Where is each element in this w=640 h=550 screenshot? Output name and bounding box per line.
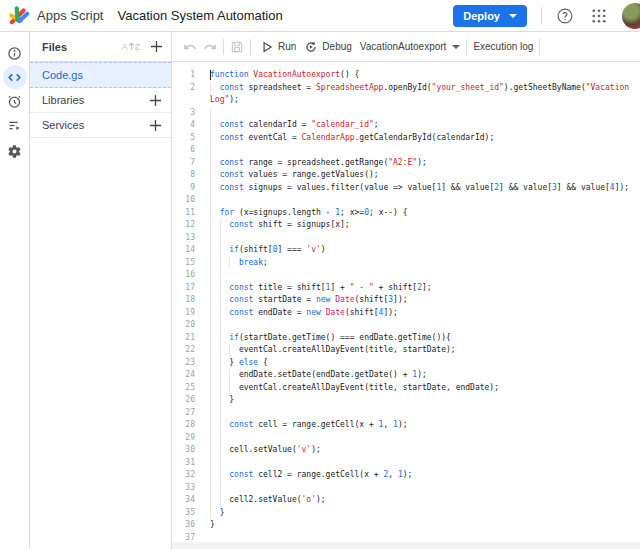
function-selector[interactable]: VacationAutoexport [360, 41, 461, 52]
deploy-button[interactable]: Deploy [453, 5, 527, 27]
line-number: 36 [172, 519, 195, 532]
code-row[interactable]: 24 endDate.setDate(endDate.getDate() + 1… [172, 369, 640, 382]
file-item-codegs[interactable]: Code.gs [30, 62, 171, 88]
line-number: 1 [172, 69, 195, 82]
line-number [172, 94, 195, 107]
services-label: Services [42, 119, 84, 131]
apps-script-logo [8, 6, 30, 26]
code-row[interactable]: 18 const startDate = new Date(shift[3]); [172, 294, 640, 307]
code-row[interactable]: 28 const cell = range.getCell(x + 1, 1); [172, 419, 640, 432]
code-row[interactable]: 2 const spreadsheet = SpreadsheetApp.ope… [172, 82, 640, 95]
code-row[interactable]: 11 for (x=signups.length - 1; x>=0; x--)… [172, 207, 640, 220]
code-row[interactable]: 12 const shift = signups[x]; [172, 219, 640, 232]
project-title[interactable]: Vacation System Automation [117, 8, 282, 23]
line-number: 29 [172, 432, 195, 445]
libraries-label: Libraries [42, 94, 84, 106]
apps-grid-icon[interactable] [590, 7, 608, 25]
line-number: 23 [172, 357, 195, 370]
save-icon[interactable] [230, 40, 244, 54]
help-icon[interactable] [556, 7, 574, 25]
code-row[interactable]: 10 [172, 194, 640, 207]
debug-button[interactable]: Debug [304, 40, 351, 54]
nav-executions[interactable] [3, 113, 27, 137]
code-row[interactable]: 31 [172, 457, 640, 470]
line-number: 24 [172, 369, 195, 382]
line-number: 32 [172, 469, 195, 482]
libraries-section[interactable]: Libraries [30, 88, 171, 113]
code-row[interactable]: 25 eventCal.createAllDayEvent(title, sta… [172, 382, 640, 395]
code-row[interactable]: 35 } [172, 507, 640, 520]
code-row[interactable]: 23 } else { [172, 357, 640, 370]
code-row[interactable]: 33 [172, 482, 640, 495]
toolbar-divider [250, 39, 251, 55]
code-editor: Run Debug VacationAutoexport Execution l… [172, 32, 640, 549]
code-row[interactable]: 21 if(startDate.getTime() === endDate.ge… [172, 332, 640, 345]
code-row[interactable]: 17 const title = shift[1] + " - " + shif… [172, 282, 640, 295]
files-title: Files [42, 41, 67, 53]
clock-icon [7, 94, 22, 109]
info-icon [7, 46, 22, 61]
add-library-icon[interactable] [149, 94, 162, 107]
code-row[interactable]: 4 const calendarId = "calendar_id"; [172, 119, 640, 132]
code-row[interactable]: Log"); [172, 94, 640, 107]
add-service-icon[interactable] [149, 119, 162, 132]
code-row[interactable]: 34 cell2.setValue('o'); [172, 494, 640, 507]
code-row[interactable]: 1function VacationAutoexport() { [172, 69, 640, 82]
add-file-icon[interactable] [150, 40, 163, 53]
debug-label: Debug [322, 41, 351, 52]
line-number: 18 [172, 294, 195, 307]
deploy-label: Deploy [463, 10, 500, 22]
code-row[interactable]: 26 } [172, 394, 640, 407]
nav-settings[interactable] [3, 139, 27, 163]
header-divider [541, 7, 542, 25]
run-button[interactable]: Run [260, 40, 296, 54]
nav-overview[interactable] [3, 41, 27, 65]
line-number: 3 [172, 107, 195, 120]
execution-log-button[interactable]: Execution log [473, 41, 533, 52]
line-number: 28 [172, 419, 195, 432]
undo-icon[interactable] [183, 40, 197, 54]
code-row[interactable]: 36} [172, 519, 640, 532]
code-row[interactable]: 3 [172, 107, 640, 120]
app-name: Apps Script [37, 8, 103, 23]
line-number: 12 [172, 219, 195, 232]
code-row[interactable]: 30 cell.setValue('v'); [172, 444, 640, 457]
user-avatar[interactable] [622, 3, 640, 29]
horizontal-scrollbar[interactable] [172, 542, 640, 549]
code-row[interactable]: 15 break; [172, 257, 640, 270]
line-number: 33 [172, 482, 195, 495]
line-number: 30 [172, 444, 195, 457]
line-number: 15 [172, 257, 195, 270]
code-row[interactable]: 16 [172, 269, 640, 282]
code-row[interactable]: 19 const endDate = new Date(shift[4]); [172, 307, 640, 320]
line-number: 34 [172, 494, 195, 507]
line-number: 21 [172, 332, 195, 345]
line-number: 35 [172, 507, 195, 520]
code-row[interactable]: 29 [172, 432, 640, 445]
code-row[interactable]: 9 const signups = values.filter(value =>… [172, 182, 640, 195]
line-number: 14 [172, 244, 195, 257]
code-row[interactable]: 14 if(shift[0] === 'v') [172, 244, 640, 257]
code-row[interactable]: 13 [172, 232, 640, 245]
line-number: 13 [172, 232, 195, 245]
line-number: 19 [172, 307, 195, 320]
code-row[interactable]: 20 [172, 319, 640, 332]
code-row[interactable]: 8 const values = range.getValues(); [172, 169, 640, 182]
line-number: 5 [172, 132, 195, 145]
code-row[interactable]: 22 eventCal.createAllDayEvent(title, sta… [172, 344, 640, 357]
line-number: 9 [172, 182, 195, 195]
code-row[interactable]: 32 const cell2 = range.getCell(x + 2, 1)… [172, 469, 640, 482]
services-section[interactable]: Services [30, 113, 171, 138]
code-row[interactable]: 7 const range = spreadsheet.getRange("A2… [172, 157, 640, 170]
sort-az-icon[interactable]: AZ [121, 42, 140, 52]
nav-editor[interactable] [3, 65, 27, 89]
redo-icon[interactable] [203, 40, 217, 54]
code-area[interactable]: 1function VacationAutoexport() {2 const … [172, 62, 640, 549]
code-row[interactable]: 27 [172, 407, 640, 420]
nav-triggers[interactable] [3, 89, 27, 113]
line-number: 27 [172, 407, 195, 420]
code-row[interactable]: 6 [172, 144, 640, 157]
line-number: 31 [172, 457, 195, 470]
code-row[interactable]: 5 const eventCal = CalendarApp.getCalend… [172, 132, 640, 145]
files-panel-header: Files AZ [30, 32, 171, 62]
